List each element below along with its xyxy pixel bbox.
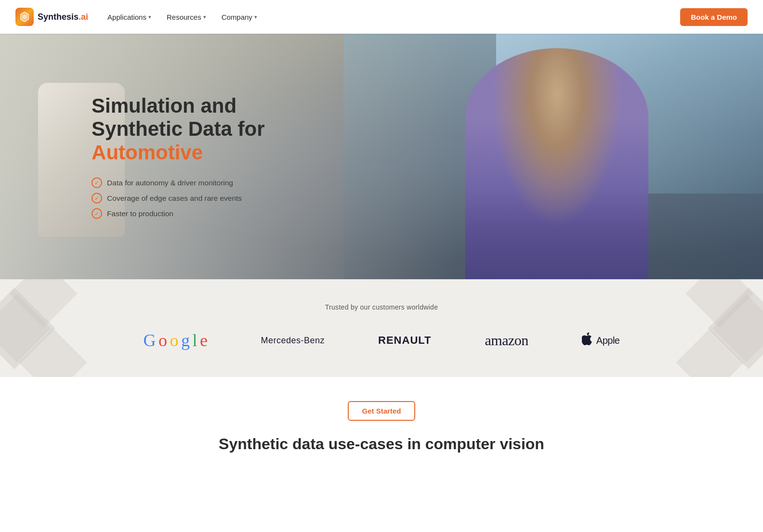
hero-section: Simulation and Synthetic Data for Automo… [0,34,763,279]
book-demo-button[interactable]: Book a Demo [680,8,748,26]
cta-section: Get Started Synthetic data use-cases in … [0,377,763,467]
check-icon-3: ✓ [92,208,102,219]
bottom-title: Synthetic data use-cases in computer vis… [213,435,550,453]
hero-title-line2: Synthetic Data for [92,117,264,141]
hero-bullet-3: ✓ Faster to production [92,208,264,219]
deco-diamond-tr [685,279,753,328]
hero-bullet-2: ✓ Coverage of edge cases and rare events [92,193,264,203]
hero-content: Simulation and Synthetic Data for Automo… [92,94,264,219]
hero-bullet-1: ✓ Data for autonomy & driver monitoring [92,177,264,188]
apple-icon [582,332,593,349]
google-logo: Google [144,330,208,350]
nav-links: Applications ▾ Resources ▾ Company ▾ [107,13,257,21]
amazon-logo: amazon [485,332,528,349]
nav-applications[interactable]: Applications ▾ [107,13,151,21]
trusted-title: Trusted by our customers worldwide [29,303,734,311]
deco-diamond-br [676,328,744,377]
brand-logos-row: Google Mercedes-Benz RENAULT amazon [117,330,646,350]
check-icon-2: ✓ [92,193,102,203]
hero-title-highlight: Automotive [92,141,264,164]
hero-person [465,48,648,279]
check-icon-1: ✓ [92,177,102,188]
chevron-down-icon: ▾ [148,14,151,20]
chevron-down-icon: ▾ [203,14,206,20]
mercedes-benz-logo: Mercedes-Benz [261,336,325,346]
logo-text: Synthesis.ai [38,12,88,22]
navbar: Synthesis.ai Applications ▾ Resources ▾ … [0,0,763,34]
hero-title-line1: Simulation and [92,94,264,117]
chevron-down-icon: ▾ [254,14,257,20]
nav-resources[interactable]: Resources ▾ [167,13,206,21]
hero-bullets: ✓ Data for autonomy & driver monitoring … [92,177,264,219]
get-started-button[interactable]: Get Started [348,401,416,421]
trusted-section: Trusted by our customers worldwide Googl… [0,279,763,377]
logo-link[interactable]: Synthesis.ai [15,8,88,26]
nav-company[interactable]: Company ▾ [222,13,257,21]
logo-icon [15,8,34,26]
renault-logo: RENAULT [378,334,431,347]
apple-logo: Apple [582,332,620,349]
